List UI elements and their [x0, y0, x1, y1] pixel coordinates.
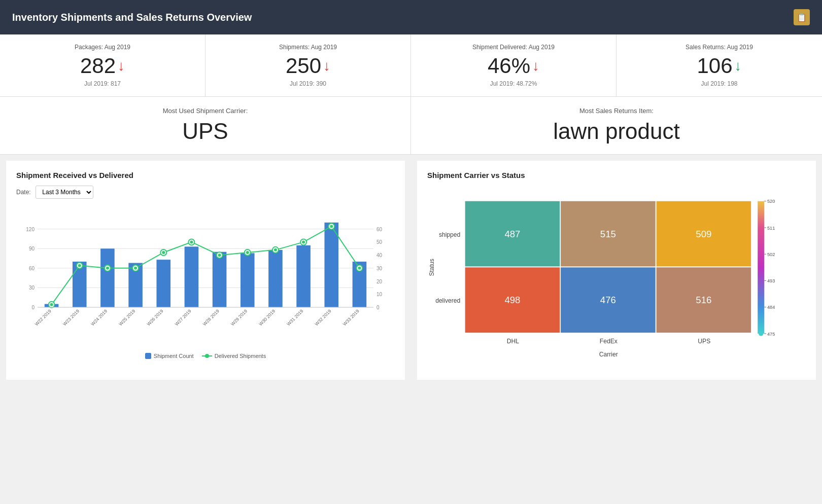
svg-text:W26 2019: W26 2019	[146, 308, 164, 327]
returns-label: Most Sales Returns Item:	[426, 107, 807, 115]
kpi-prev: Jul 2019: 817	[10, 80, 195, 87]
svg-text:511: 511	[767, 226, 775, 231]
svg-text:515: 515	[600, 229, 616, 239]
arrow-icon: ↓	[118, 58, 125, 74]
arrow-icon: ↓	[532, 58, 539, 74]
kpi-prev: Jul 2019: 390	[216, 80, 400, 87]
svg-text:W22 2019: W22 2019	[34, 308, 52, 327]
carrier-label: Most Used Shipment Carrier:	[15, 107, 395, 115]
svg-text:60: 60	[376, 227, 383, 232]
bar-chart-title: Shipment Received vs Delivered	[16, 171, 395, 179]
kpi-row: Packages: Aug 2019 282↓ Jul 2019: 817 Sh…	[0, 34, 822, 97]
kpi-card-3: Sales Returns: Aug 2019 106↓ Jul 2019: 1…	[616, 34, 822, 96]
svg-text:0: 0	[31, 305, 35, 310]
svg-text:520: 520	[767, 199, 775, 204]
carrier-value: UPS	[15, 119, 395, 144]
svg-text:30: 30	[376, 266, 383, 271]
svg-text:60: 60	[29, 266, 35, 271]
svg-point-50	[330, 225, 333, 228]
heatmap-wrapper: 487515509498476516DHLFedExUPSCarriership…	[427, 186, 806, 370]
svg-rect-24	[241, 253, 255, 307]
kpi-prev: Jul 2019: 48.72%	[421, 80, 606, 87]
svg-point-42	[218, 254, 221, 257]
heatmap-svg: 487515509498476516DHLFedExUPSCarriership…	[427, 186, 780, 368]
bottom-row: Shipment Received vs Delivered Date: Las…	[0, 155, 822, 386]
bar-legend-box	[145, 353, 151, 359]
svg-text:40: 40	[376, 253, 383, 258]
svg-point-48	[302, 240, 305, 243]
svg-text:W24 2019: W24 2019	[90, 308, 108, 327]
bar-legend-item: Shipment Count	[145, 353, 194, 359]
carrier-card: Most Used Shipment Carrier: UPS	[0, 97, 411, 154]
svg-text:W28 2019: W28 2019	[202, 308, 220, 327]
kpi-card-0: Packages: Aug 2019 282↓ Jul 2019: 817	[0, 34, 206, 96]
kpi-prev: Jul 2019: 198	[627, 80, 812, 87]
kpi-label: Sales Returns: Aug 2019	[627, 44, 812, 51]
svg-text:475: 475	[767, 332, 775, 337]
bar-chart: 03060901200102030405060W22 2019W23 2019W…	[16, 206, 395, 348]
svg-point-46	[274, 248, 277, 251]
svg-text:shipped: shipped	[439, 231, 460, 238]
svg-text:W29 2019: W29 2019	[230, 308, 248, 327]
svg-rect-22	[185, 246, 199, 307]
svg-text:10: 10	[376, 292, 383, 297]
bar-chart-panel: Shipment Received vs Delivered Date: Las…	[6, 161, 405, 380]
svg-point-38	[162, 251, 165, 254]
svg-point-40	[190, 240, 193, 243]
date-select[interactable]: Last 3 Months Last 6 Months Last Year	[36, 186, 93, 199]
svg-text:W23 2019: W23 2019	[62, 308, 80, 327]
svg-text:476: 476	[600, 295, 616, 305]
mid-row: Most Used Shipment Carrier: UPS Most Sal…	[0, 97, 822, 155]
svg-text:UPS: UPS	[698, 338, 710, 345]
svg-point-36	[134, 267, 137, 270]
svg-rect-21	[156, 260, 170, 307]
svg-text:20: 20	[376, 279, 383, 284]
line-legend-box	[202, 355, 212, 356]
svg-text:W27 2019: W27 2019	[174, 308, 192, 327]
svg-text:509: 509	[696, 229, 711, 239]
svg-text:Carrier: Carrier	[599, 351, 618, 358]
svg-point-98	[759, 331, 763, 336]
svg-text:W25 2019: W25 2019	[118, 308, 136, 327]
svg-text:W33 2019: W33 2019	[342, 308, 360, 327]
svg-point-32	[78, 264, 81, 267]
svg-text:498: 498	[504, 295, 520, 305]
svg-text:W31 2019: W31 2019	[286, 308, 304, 327]
returns-value: lawn product	[426, 119, 807, 144]
kpi-card-1: Shipments: Aug 2019 250↓ Jul 2019: 390	[206, 34, 411, 96]
svg-text:FedEx: FedEx	[600, 338, 618, 345]
svg-text:120: 120	[26, 227, 35, 232]
svg-point-34	[106, 267, 109, 270]
svg-point-52	[358, 267, 361, 270]
bar-chart-svg: 03060901200102030405060W22 2019W23 2019W…	[16, 206, 395, 348]
svg-rect-26	[296, 245, 311, 307]
kpi-value: 106↓	[627, 54, 812, 78]
returns-card: Most Sales Returns Item: lawn product	[411, 97, 822, 154]
svg-text:487: 487	[504, 229, 520, 239]
date-label: Date:	[16, 189, 31, 196]
kpi-value: 282↓	[10, 54, 195, 78]
svg-rect-19	[100, 248, 115, 307]
svg-text:502: 502	[767, 252, 775, 257]
svg-text:90: 90	[29, 246, 35, 251]
arrow-icon: ↓	[323, 58, 330, 74]
svg-text:W30 2019: W30 2019	[258, 308, 276, 327]
heatmap-title: Shipment Carrier vs Status	[427, 171, 806, 179]
kpi-label: Shipment Delivered: Aug 2019	[421, 44, 606, 51]
svg-text:493: 493	[767, 278, 775, 283]
svg-text:DHL: DHL	[507, 338, 519, 345]
svg-rect-25	[268, 250, 283, 307]
kpi-label: Packages: Aug 2019	[10, 44, 195, 51]
kpi-value: 250↓	[216, 54, 400, 78]
svg-text:484: 484	[767, 305, 775, 310]
svg-text:516: 516	[696, 295, 711, 305]
svg-rect-85	[758, 201, 764, 334]
svg-point-30	[50, 303, 53, 306]
line-legend-label: Delivered Shipments	[215, 353, 266, 359]
svg-rect-23	[213, 252, 227, 307]
kpi-value: 46%↓	[421, 54, 606, 78]
page-title: Inventory Shipments and Sales Returns Ov…	[12, 12, 252, 23]
heatmap-panel: Shipment Carrier vs Status 4875155094984…	[417, 161, 816, 380]
line-legend-item: Delivered Shipments	[202, 353, 266, 359]
svg-rect-27	[324, 223, 338, 307]
